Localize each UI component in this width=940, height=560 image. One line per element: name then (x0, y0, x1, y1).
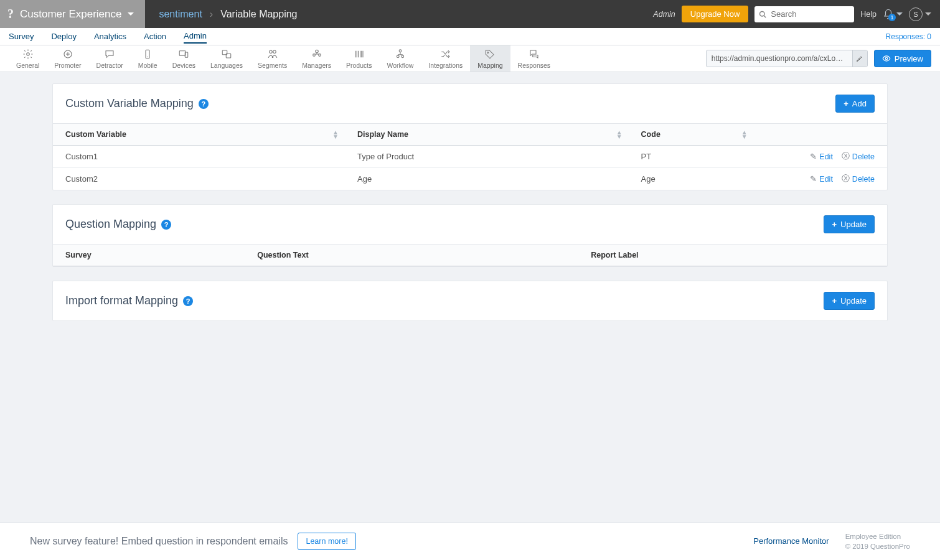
mobile-icon (141, 49, 154, 60)
update-button[interactable]: + Update (824, 215, 875, 233)
barcode-icon (353, 49, 365, 60)
table-row: Custom2 Age Age ✎Edit ⓧDelete (53, 168, 887, 190)
panel-title: Custom Variable Mapping ? (65, 97, 209, 110)
admin-toolbar: General Promoter Detractor Mobile Device… (0, 45, 940, 72)
pencil-icon: ✎ (810, 174, 817, 184)
topbar-right: Admin Upgrade Now Help 1 S (653, 6, 940, 22)
share-url-input[interactable] (707, 54, 852, 63)
search-icon (759, 11, 766, 18)
search-input[interactable] (754, 6, 854, 22)
workflow-icon (394, 49, 407, 60)
svg-point-13 (273, 50, 276, 54)
search-wrap (754, 6, 854, 22)
tool-mobile[interactable]: Mobile (131, 45, 165, 72)
col-survey[interactable]: Survey (53, 245, 245, 266)
pencil-icon: ✎ (810, 152, 817, 161)
panel-title: Question Mapping ? (65, 218, 171, 231)
nav-admin[interactable]: Admin (184, 29, 207, 44)
devices-icon (177, 49, 190, 60)
svg-point-16 (318, 54, 321, 56)
product-switcher[interactable]: ? Customer Experience (0, 0, 145, 28)
tool-responses[interactable]: Responses (510, 45, 558, 72)
custom-variable-table: Custom Variable ▲▼ Display Name ▲▼ Code … (53, 123, 887, 190)
share-url-box (706, 50, 868, 67)
notification-badge: 1 (888, 14, 896, 21)
tool-languages[interactable]: Languages (203, 45, 250, 72)
svg-rect-8 (180, 50, 186, 55)
sort-icon: ▲▼ (332, 130, 339, 139)
svg-point-2 (26, 52, 29, 55)
nav-survey[interactable]: Survey (9, 30, 34, 43)
nav-deploy[interactable]: Deploy (51, 30, 76, 43)
edit-url-button[interactable] (852, 50, 867, 67)
tool-promoter[interactable]: Promoter (47, 45, 88, 72)
svg-point-15 (313, 54, 315, 56)
delete-link[interactable]: ⓧDelete (842, 174, 875, 184)
upgrade-button[interactable]: Upgrade Now (682, 6, 749, 22)
panel-custom-variable: Custom Variable Mapping ? + Add Custom V… (52, 83, 888, 190)
help-icon[interactable]: ? (161, 220, 171, 230)
plus-icon: + (832, 220, 837, 229)
nav-action[interactable]: Action (144, 30, 166, 43)
breadcrumb-project[interactable]: sentiment (159, 9, 202, 20)
sort-icon: ▲▼ (741, 130, 748, 139)
col-code[interactable]: Code ▲▼ (629, 124, 754, 146)
responses-count[interactable]: Responses: 0 (886, 32, 931, 41)
notifications-button[interactable]: 1 (883, 9, 903, 20)
pencil-icon (856, 55, 863, 62)
edit-link[interactable]: ✎Edit (810, 174, 833, 184)
help-link[interactable]: Help (860, 10, 877, 19)
col-question-text[interactable]: Question Text (245, 245, 578, 266)
managers-icon (311, 49, 323, 60)
cell-var: Custom2 (53, 168, 345, 190)
tool-general[interactable]: General (9, 45, 47, 72)
cell-code: Age (629, 168, 754, 190)
tool-integrations[interactable]: Integrations (421, 45, 470, 72)
delete-link[interactable]: ⓧDelete (842, 151, 875, 162)
col-custom-variable[interactable]: Custom Variable ▲▼ (53, 124, 345, 146)
help-icon[interactable]: ? (199, 99, 209, 109)
tool-managers[interactable]: Managers (294, 45, 339, 72)
delete-icon: ⓧ (842, 151, 850, 162)
breadcrumb-separator-icon: › (210, 9, 213, 20)
plus-circle-icon (62, 49, 74, 60)
tool-segments[interactable]: Segments (250, 45, 294, 72)
role-label: Admin (653, 10, 675, 19)
tool-products[interactable]: Products (339, 45, 379, 72)
svg-point-30 (487, 52, 489, 53)
brand-logo-icon: ? (7, 7, 14, 21)
add-button[interactable]: + Add (835, 95, 875, 113)
caret-down-icon (128, 12, 134, 16)
svg-point-14 (315, 50, 318, 53)
panel-head: Question Mapping ? + Update (53, 205, 887, 244)
gear-icon (22, 49, 34, 60)
tool-detractor[interactable]: Detractor (89, 45, 131, 72)
table-row: Custom1 Type of Product PT ✎Edit ⓧDelete (53, 146, 887, 168)
cell-code: PT (629, 146, 754, 168)
comments-icon (528, 49, 540, 60)
tool-devices[interactable]: Devices (165, 45, 203, 72)
caret-down-icon (925, 12, 931, 16)
panel-title: Import format Mapping ? (65, 294, 193, 307)
avatar: S (909, 7, 923, 21)
update-button[interactable]: + Update (824, 292, 875, 310)
svg-point-29 (402, 55, 404, 57)
cell-display: Type of Product (345, 146, 629, 168)
help-icon[interactable]: ? (183, 296, 193, 306)
edit-link[interactable]: ✎Edit (810, 151, 833, 162)
chat-icon (103, 49, 116, 60)
primary-nav: Survey Deploy Analytics Action Admin Res… (0, 28, 940, 45)
panel-import-mapping: Import format Mapping ? + Update (52, 281, 888, 321)
col-report-label[interactable]: Report Label (578, 245, 887, 266)
eye-icon (882, 54, 891, 63)
toolbar-right: Preview (706, 45, 940, 72)
user-menu[interactable]: S (909, 7, 931, 21)
col-display-name[interactable]: Display Name ▲▼ (345, 124, 629, 146)
nav-analytics[interactable]: Analytics (94, 30, 126, 43)
col-actions (754, 124, 887, 146)
preview-button[interactable]: Preview (874, 50, 931, 67)
tool-workflow[interactable]: Workflow (379, 45, 421, 72)
tool-mapping[interactable]: Mapping (470, 45, 510, 72)
content-area: Custom Variable Mapping ? + Add Custom V… (0, 72, 940, 353)
plus-icon: + (832, 296, 837, 306)
